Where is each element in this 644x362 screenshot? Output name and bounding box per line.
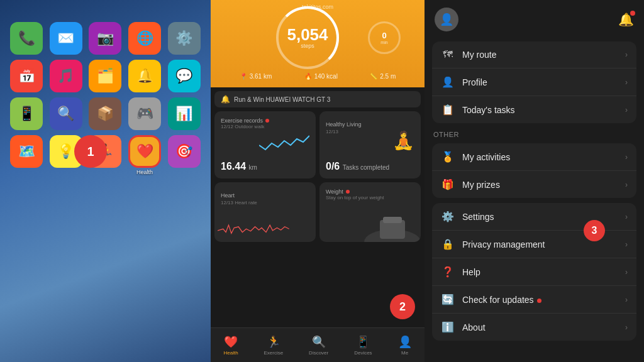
home-screen: 📞 ✉️ 📷 🌐 ⚙️ 📅 🎵 🗂️ 🔔 💬 📱 🔍 📦 🎮 📊 🗺️ 💡 🏃 …: [0, 0, 211, 362]
app-cell[interactable]: 🔍: [49, 97, 84, 130]
settings-icon: ⚙️: [441, 211, 455, 222]
updates-arrow: ›: [625, 295, 628, 304]
app-cell[interactable]: 💬: [167, 60, 201, 92]
check-updates-item[interactable]: 🔄 Check for updates ›: [432, 286, 636, 314]
badge-2: 2: [390, 294, 415, 319]
profile-icon: 👤: [441, 76, 455, 88]
exercise-card-title: Exercise records: [221, 118, 263, 124]
nav-health-label: Health: [223, 350, 238, 356]
my-route-label: My route: [462, 50, 496, 60]
side-menu: 👤 🔔 🗺 My route › 👤 Profile › 📋 Today's t…: [425, 0, 644, 362]
heart-rate-card[interactable]: Heart 12/13 Heart rate: [214, 182, 316, 242]
settings-menu-group: ⚙️ Settings › 🔒 Privacy management 3 › ❓…: [432, 203, 636, 341]
calories-stat: 140 kcal: [314, 73, 338, 80]
heart-card-title: Heart: [221, 192, 235, 199]
other-section-label: OTHER: [425, 126, 644, 141]
tasks-icon: 📋: [441, 104, 455, 116]
profile-arrow: ›: [625, 78, 628, 87]
living-value: 0/6: [326, 161, 340, 172]
tasks-arrow: ›: [625, 106, 628, 114]
activities-arrow: ›: [625, 153, 628, 162]
settings-item[interactable]: ⚙️ Settings ›: [432, 203, 636, 231]
health-app-icon[interactable]: ❤️ Health: [128, 135, 162, 175]
minutes-circle: 0 min: [368, 21, 401, 54]
help-item[interactable]: ❓ Help ›: [432, 258, 636, 286]
nav-discover-label: Discover: [309, 350, 328, 356]
about-icon: ℹ️: [441, 321, 455, 333]
living-unit: Tasks completed: [343, 164, 389, 171]
privacy-icon: 🔒: [441, 238, 455, 250]
settings-label: Settings: [462, 212, 494, 222]
nav-exercise-label: Exercise: [264, 350, 284, 356]
about-label: About: [462, 322, 486, 332]
badge-3: 3: [584, 220, 605, 241]
privacy-arrow: ›: [625, 240, 628, 249]
nav-exercise[interactable]: 🏃 Exercise: [264, 335, 284, 356]
app-cell[interactable]: 🗂️: [88, 60, 123, 92]
updates-label: Check for updates: [462, 295, 541, 305]
distance-stat: 3.61 km: [250, 73, 272, 80]
help-label: Help: [462, 267, 480, 277]
healthy-living-card[interactable]: Healthy Living 12/13 🧘 0/6 Tasks complet…: [319, 111, 421, 178]
exercise-value: 16.44: [221, 161, 246, 172]
elevation-stat: 2.5 m: [380, 73, 396, 80]
app-cell[interactable]: 🎵: [49, 60, 84, 92]
todays-tasks-item[interactable]: 📋 Today's tasks ›: [432, 96, 636, 123]
app-cell[interactable]: 🔔: [128, 60, 162, 92]
app-cell[interactable]: ⚙️: [167, 22, 201, 55]
help-icon: ❓: [441, 266, 455, 278]
notification-dot: [630, 11, 635, 16]
living-card-title: Healthy Living: [326, 121, 362, 128]
my-prizes-item[interactable]: 🎁 My prizes ›: [432, 171, 636, 198]
app-cell[interactable]: 📅: [9, 60, 44, 92]
minutes-label: min: [380, 40, 387, 45]
settings-arrow: ›: [625, 212, 628, 221]
app-cell[interactable]: 🗺️: [9, 135, 44, 175]
main-menu-group: 🗺 My route › 👤 Profile › 📋 Today's tasks…: [432, 41, 636, 123]
nav-devices-label: Devices: [354, 350, 372, 356]
app-cell[interactable]: 📊: [167, 97, 201, 130]
menu-header: 👤 🔔: [425, 0, 644, 39]
nav-me-label: Me: [401, 350, 408, 356]
updates-icon: 🔄: [441, 293, 455, 305]
app-cell[interactable]: 🎮: [128, 97, 162, 130]
heart-card-sub: 12/13 Heart rate: [221, 200, 309, 206]
nav-discover[interactable]: 🔍 Discover: [309, 335, 328, 356]
app-cell[interactable]: 🌐: [128, 22, 162, 55]
prizes-arrow: ›: [625, 180, 628, 189]
nav-me[interactable]: 👤 Me: [398, 335, 412, 356]
nav-health[interactable]: ❤️ Health: [223, 335, 238, 356]
notification-button[interactable]: 🔔: [618, 12, 634, 27]
promotion-banner[interactable]: 🔔 Run & Win HUAWEI WATCH GT 3: [214, 91, 421, 107]
my-activities-item[interactable]: 🏅 My activities ›: [432, 143, 636, 171]
prizes-label: My prizes: [462, 180, 500, 190]
banner-text: Run & Win HUAWEI WATCH GT 3: [234, 96, 330, 103]
tasks-label: Today's tasks: [462, 105, 515, 115]
steps-circle: 5,054 steps: [276, 6, 339, 69]
my-route-item[interactable]: 🗺 My route ›: [432, 41, 636, 69]
nav-devices[interactable]: 📱 Devices: [354, 335, 372, 356]
app-cell[interactable]: 📷: [88, 22, 123, 55]
help-arrow: ›: [625, 268, 628, 277]
exercise-dot: [265, 119, 269, 123]
app-cell[interactable]: 🎯: [167, 135, 201, 175]
health-header: tekititos.com 5,054 steps 0 min 📍3.61 km…: [211, 0, 425, 87]
profile-item[interactable]: 👤 Profile ›: [432, 69, 636, 96]
exercise-records-card[interactable]: Exercise records 12/12 Outdoor walk 16.4…: [214, 111, 316, 178]
weight-card-sub: Stay on top of your weight: [326, 195, 414, 200]
app-cell[interactable]: 📦: [88, 97, 123, 130]
exercise-unit: km: [249, 164, 257, 171]
activities-icon: 🏅: [441, 151, 455, 163]
route-icon: 🗺: [441, 49, 455, 60]
app-cell[interactable]: 📱: [9, 97, 44, 130]
badge-1: 1: [74, 135, 107, 168]
privacy-item[interactable]: 🔒 Privacy management 3 ›: [432, 231, 636, 258]
weight-card[interactable]: Weight Stay on top of your weight: [319, 182, 421, 242]
update-notification-dot: [537, 299, 541, 303]
user-avatar: 👤: [435, 8, 458, 31]
app-cell[interactable]: ✉️: [49, 22, 84, 55]
svg-rect-2: [383, 217, 402, 223]
app-cell[interactable]: 📞: [9, 22, 44, 55]
weight-card-title: Weight: [326, 189, 343, 195]
about-item[interactable]: ℹ️ About ›: [432, 314, 636, 341]
